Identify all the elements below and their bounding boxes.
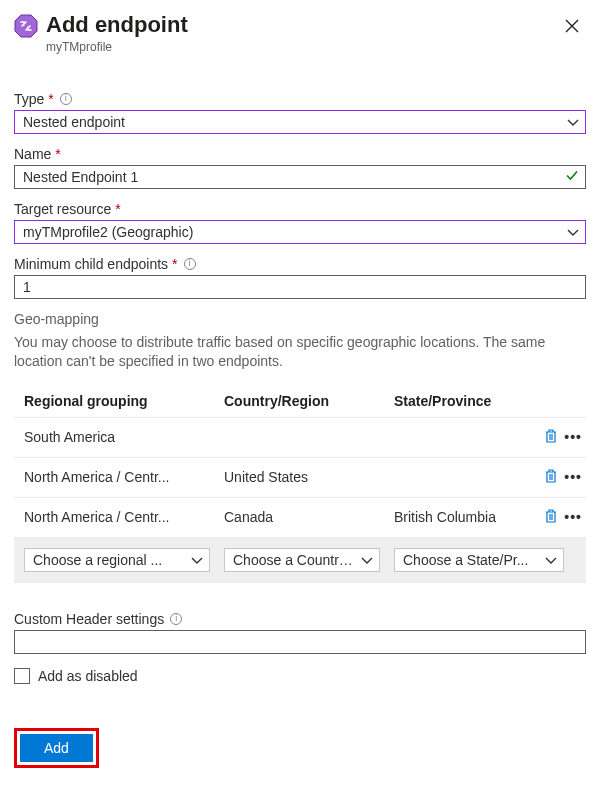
minchild-input-wrap — [14, 275, 586, 299]
delete-icon[interactable] — [544, 508, 558, 527]
custom-header-input[interactable] — [23, 634, 559, 650]
name-label: Name* — [14, 146, 586, 162]
country-select[interactable]: Choose a Country/... — [224, 548, 380, 572]
info-icon[interactable]: i — [184, 258, 196, 270]
table-row: South America ••• — [14, 417, 586, 457]
table-row: North America / Centr... United States •… — [14, 457, 586, 497]
validation-ok-icon — [565, 168, 579, 185]
info-icon[interactable]: i — [170, 613, 182, 625]
geo-col-country: Country/Region — [214, 385, 384, 418]
svg-marker-0 — [15, 15, 37, 37]
close-button[interactable] — [558, 12, 586, 40]
chevron-down-icon — [567, 226, 579, 238]
name-input-wrap — [14, 165, 586, 189]
chevron-down-icon — [361, 554, 373, 566]
minchild-input[interactable] — [23, 279, 559, 295]
table-row: North America / Centr... Canada British … — [14, 497, 586, 537]
chevron-down-icon — [567, 116, 579, 128]
custom-header-label: Custom Header settings i — [14, 611, 586, 627]
target-label: Target resource* — [14, 201, 586, 217]
geo-help: You may choose to distribute traffic bas… — [14, 333, 586, 371]
regional-select[interactable]: Choose a regional ... — [24, 548, 210, 572]
type-select[interactable]: Nested endpoint — [14, 110, 586, 134]
delete-icon[interactable] — [544, 468, 558, 487]
custom-header-input-wrap — [14, 630, 586, 654]
chevron-down-icon — [191, 554, 203, 566]
delete-icon[interactable] — [544, 428, 558, 447]
chevron-down-icon — [545, 554, 557, 566]
resource-icon — [14, 12, 38, 41]
add-disabled-checkbox[interactable] — [14, 668, 30, 684]
page-subtitle: myTMprofile — [46, 40, 550, 54]
minchild-label: Minimum child endpoints* i — [14, 256, 586, 272]
add-button[interactable]: Add — [20, 734, 93, 762]
geo-heading: Geo-mapping — [14, 311, 586, 327]
name-input[interactable] — [23, 169, 559, 185]
highlight-box: Add — [14, 728, 99, 768]
add-disabled-label: Add as disabled — [38, 668, 138, 684]
geo-col-state: State/Province — [384, 385, 530, 418]
state-select[interactable]: Choose a State/Pr... — [394, 548, 564, 572]
page-title: Add endpoint — [46, 12, 550, 38]
geo-col-regional: Regional grouping — [14, 385, 214, 418]
info-icon[interactable]: i — [60, 93, 72, 105]
type-label: Type* i — [14, 91, 586, 107]
geo-table: Regional grouping Country/Region State/P… — [14, 385, 586, 583]
target-select[interactable]: myTMprofile2 (Geographic) — [14, 220, 586, 244]
